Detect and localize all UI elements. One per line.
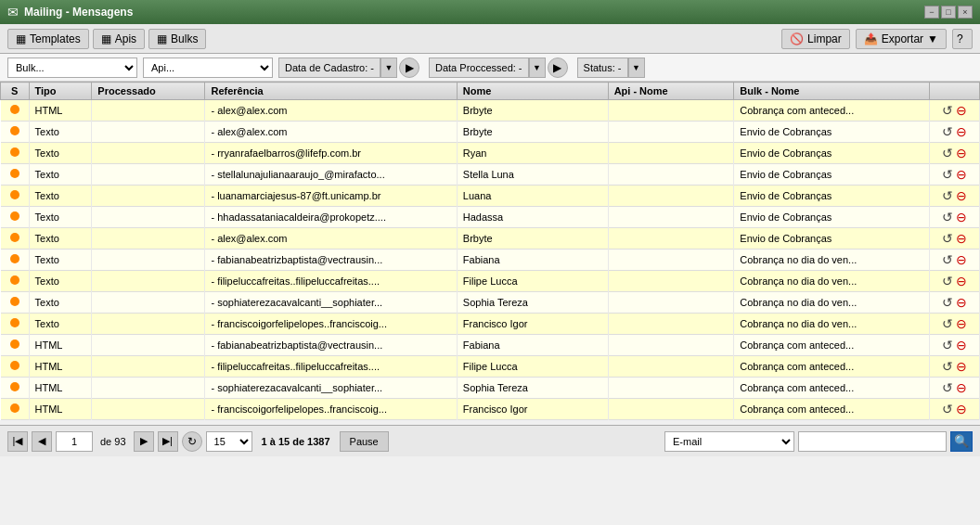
row-tipo: Texto	[29, 228, 92, 250]
status-label: Status: -	[577, 58, 628, 78]
table-row: Texto - luanamarciajesus-87@ft.unicamp.b…	[1, 186, 980, 207]
search-icon: 🔍	[954, 434, 969, 448]
status-dot	[10, 169, 19, 178]
header-s: S	[1, 83, 30, 100]
refresh-row-button[interactable]: ↺	[942, 210, 953, 224]
row-bulk: Cobrança com anteced...	[734, 100, 929, 122]
table-header-row: S Tipo Processado Referência Nome Api - …	[1, 83, 980, 100]
nav-first-button[interactable]: |◀	[7, 431, 28, 452]
date-processed-nav[interactable]: ▶	[548, 58, 568, 78]
row-tipo: Texto	[29, 143, 92, 164]
table-container: S Tipo Processado Referência Nome Api - …	[0, 82, 980, 425]
record-info: 1 à 15 de 1387	[256, 436, 336, 447]
row-processado	[92, 186, 205, 207]
status-dot	[10, 382, 19, 391]
refresh-row-button[interactable]: ↺	[942, 295, 953, 310]
row-status	[1, 100, 30, 122]
search-input[interactable]	[798, 431, 947, 452]
refresh-row-button[interactable]: ↺	[942, 231, 953, 246]
row-tipo: Texto	[29, 314, 92, 335]
row-status	[1, 378, 30, 399]
row-actions: ↺ ⊖	[929, 122, 979, 143]
row-processado	[92, 271, 205, 292]
pause-button[interactable]: Pause	[340, 431, 389, 452]
refresh-row-button[interactable]: ↺	[942, 167, 953, 182]
refresh-row-button[interactable]: ↺	[942, 338, 953, 352]
refresh-row-button[interactable]: ↺	[942, 188, 953, 203]
date-processed-dropdown[interactable]: ▼	[529, 58, 546, 78]
header-bulk: Bulk - Nome	[734, 83, 929, 100]
templates-button[interactable]: ▦ Templates	[7, 29, 89, 49]
page-size-select[interactable]: 15 30 50	[206, 431, 252, 452]
remove-row-button[interactable]: ⊖	[956, 316, 967, 331]
header-tipo: Tipo	[29, 83, 92, 100]
minimize-button[interactable]: −	[924, 6, 939, 19]
row-processado	[92, 228, 205, 250]
remove-row-button[interactable]: ⊖	[956, 210, 967, 224]
header-api: Api - Nome	[608, 83, 734, 100]
apis-button[interactable]: ▦ Apis	[93, 29, 145, 49]
date-cadastro-nav[interactable]: ▶	[399, 58, 419, 78]
help-button[interactable]: ?	[952, 29, 973, 49]
table-row: HTML - sophiaterezacavalcanti__sophiater…	[1, 378, 980, 399]
refresh-row-button[interactable]: ↺	[942, 274, 953, 288]
remove-row-button[interactable]: ⊖	[956, 188, 967, 203]
date-cadastro-dropdown[interactable]: ▼	[380, 58, 397, 78]
refresh-row-button[interactable]: ↺	[942, 380, 953, 395]
row-bulk: Cobrança com anteced...	[734, 399, 929, 420]
remove-row-button[interactable]: ⊖	[956, 338, 967, 352]
limpar-button[interactable]: 🚫 Limpar	[781, 29, 850, 49]
row-nome: Brbyte	[457, 100, 608, 122]
table-row: Texto - filipeluccafreitas..filipeluccaf…	[1, 271, 980, 292]
type-filter-select[interactable]: E-mail SMS WhatsApp	[664, 431, 794, 452]
refresh-row-button[interactable]: ↺	[942, 359, 953, 374]
refresh-row-button[interactable]: ↺	[942, 316, 953, 331]
refresh-row-button[interactable]: ↺	[942, 103, 953, 118]
nav-last-button[interactable]: ▶|	[158, 431, 178, 452]
refresh-row-button[interactable]: ↺	[942, 124, 953, 139]
exportar-button[interactable]: 📤 Exportar ▼	[856, 29, 947, 49]
status-dot	[10, 190, 19, 199]
remove-row-button[interactable]: ⊖	[956, 359, 967, 374]
row-tipo: Texto	[29, 164, 92, 186]
maximize-button[interactable]: □	[941, 6, 956, 19]
row-status	[1, 356, 30, 378]
remove-row-button[interactable]: ⊖	[956, 146, 967, 160]
row-processado	[92, 399, 205, 420]
bulk-filter[interactable]: Bulk...	[7, 58, 137, 78]
remove-row-button[interactable]: ⊖	[956, 167, 967, 182]
refresh-row-button[interactable]: ↺	[942, 252, 953, 267]
status-dot	[10, 126, 19, 135]
api-filter[interactable]: Api...	[143, 58, 273, 78]
remove-row-button[interactable]: ⊖	[956, 274, 967, 288]
refresh-row-button[interactable]: ↺	[942, 402, 953, 416]
close-button[interactable]: ×	[958, 6, 973, 19]
remove-row-button[interactable]: ⊖	[956, 124, 967, 139]
remove-row-button[interactable]: ⊖	[956, 380, 967, 395]
bulks-label: Bulks	[171, 32, 198, 45]
exportar-icon: 📤	[864, 32, 878, 45]
remove-row-button[interactable]: ⊖	[956, 402, 967, 416]
nav-prev-button[interactable]: ◀	[32, 431, 52, 452]
row-bulk: Envio de Cobranças	[734, 207, 929, 228]
nav-refresh-button[interactable]: ↻	[182, 431, 202, 452]
nav-next-button[interactable]: ▶	[134, 431, 154, 452]
row-bulk: Envio de Cobranças	[734, 143, 929, 164]
status-dot	[10, 147, 19, 157]
date-cadastro-label: Data de Cadastro: -	[278, 58, 380, 78]
status-dropdown[interactable]: ▼	[628, 58, 645, 78]
row-nome: Fabiana	[457, 335, 608, 356]
templates-label: Templates	[30, 32, 81, 45]
row-nome: Stella Luna	[457, 164, 608, 186]
page-current-input[interactable]	[56, 431, 93, 452]
remove-row-button[interactable]: ⊖	[956, 231, 967, 246]
search-button[interactable]: 🔍	[950, 431, 973, 452]
row-bulk: Cobrança no dia do ven...	[734, 271, 929, 292]
table-row: Texto - rryanrafaelbarros@lifefp.com.br …	[1, 143, 980, 164]
remove-row-button[interactable]: ⊖	[956, 252, 967, 267]
bulks-button[interactable]: ▦ Bulks	[148, 29, 206, 49]
row-actions: ↺ ⊖	[929, 228, 979, 250]
refresh-row-button[interactable]: ↺	[942, 146, 953, 160]
remove-row-button[interactable]: ⊖	[956, 103, 967, 118]
remove-row-button[interactable]: ⊖	[956, 295, 967, 310]
